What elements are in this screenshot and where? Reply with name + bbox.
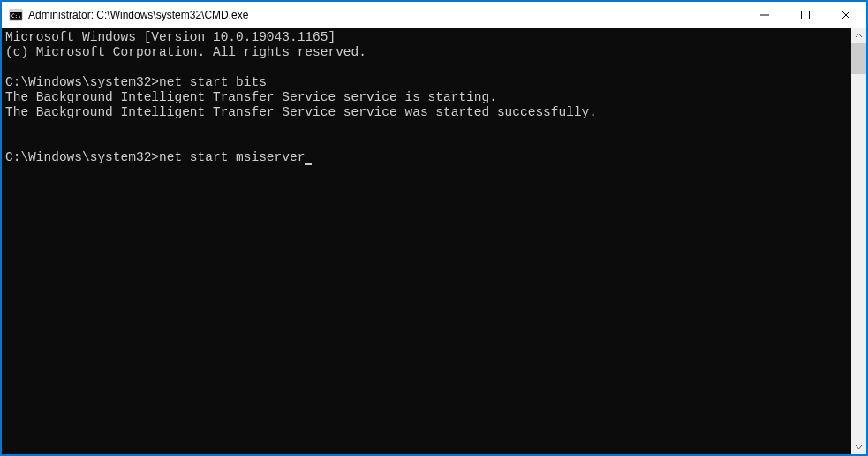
minimize-button[interactable]: [744, 2, 785, 28]
window-controls: [744, 2, 866, 28]
scroll-down-button[interactable]: [851, 439, 866, 454]
svg-rect-4: [802, 11, 810, 19]
chevron-down-icon: [855, 443, 863, 451]
close-icon: [842, 11, 850, 19]
terminal-line: [5, 135, 848, 150]
client-area: Microsoft Windows [Version 10.0.19043.11…: [2, 28, 866, 454]
terminal-prompt-text: C:\Windows\system32>net start msiserver: [5, 150, 305, 164]
chevron-up-icon: [855, 32, 863, 40]
scroll-thumb[interactable]: [851, 43, 866, 74]
maximize-button[interactable]: [785, 2, 826, 28]
maximize-icon: [801, 11, 810, 19]
cmd-icon: C:\: [9, 8, 23, 22]
vertical-scrollbar[interactable]: [851, 28, 866, 454]
cmd-window: C:\ Administrator: C:\Windows\system32\C…: [2, 2, 866, 454]
scroll-track[interactable]: [851, 43, 866, 439]
scroll-up-button[interactable]: [851, 28, 866, 43]
titlebar[interactable]: C:\ Administrator: C:\Windows\system32\C…: [2, 2, 866, 28]
terminal-current-line: C:\Windows\system32>net start msiserver: [5, 150, 848, 165]
terminal-line: [5, 120, 848, 135]
terminal-output[interactable]: Microsoft Windows [Version 10.0.19043.11…: [2, 28, 851, 454]
terminal-line: [5, 60, 848, 75]
terminal-line: The Background Intelligent Transfer Serv…: [5, 90, 848, 105]
terminal-line: The Background Intelligent Transfer Serv…: [5, 105, 848, 120]
window-title: Administrator: C:\Windows\system32\CMD.e…: [28, 9, 744, 21]
svg-text:C:\: C:\: [11, 12, 21, 19]
terminal-line: Microsoft Windows [Version 10.0.19043.11…: [5, 30, 848, 45]
close-button[interactable]: [826, 2, 866, 28]
terminal-line: (c) Microsoft Corporation. All rights re…: [5, 45, 848, 60]
terminal-cursor: [305, 163, 312, 165]
terminal-line: C:\Windows\system32>net start bits: [5, 75, 848, 90]
minimize-icon: [760, 11, 769, 19]
